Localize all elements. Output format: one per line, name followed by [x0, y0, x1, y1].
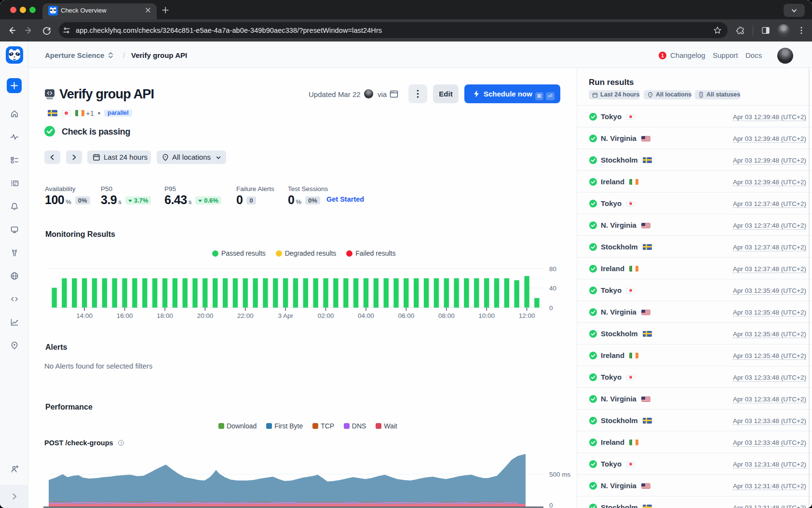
svg-text:500 ms: 500 ms: [549, 471, 571, 478]
svg-text:0: 0: [549, 502, 553, 508]
